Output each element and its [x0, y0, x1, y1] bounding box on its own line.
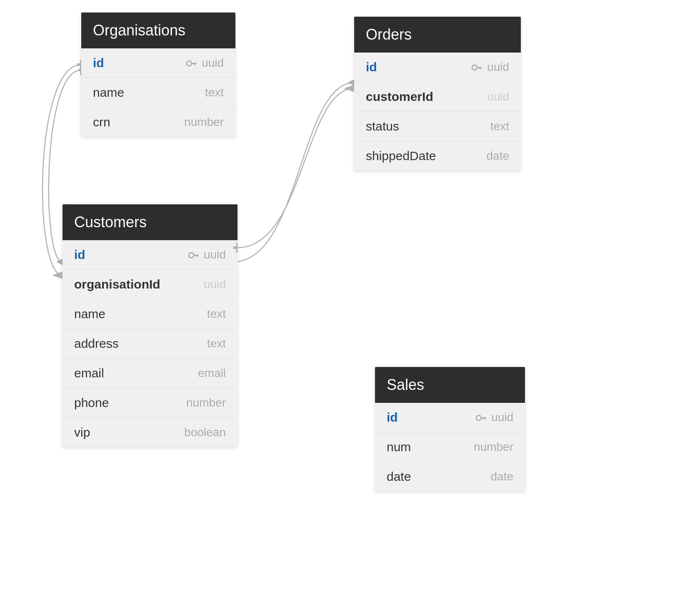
table-row: address text: [62, 329, 238, 359]
svg-point-4: [187, 61, 192, 66]
key-icon: [471, 63, 483, 72]
field-name: id: [387, 410, 475, 425]
field-type: date: [487, 149, 510, 163]
field-type: uuid: [202, 56, 224, 70]
table-row: name text: [62, 299, 238, 329]
table-row: status text: [354, 112, 521, 141]
field-type-group: uuid: [475, 411, 513, 424]
field-name: id: [74, 248, 188, 262]
table-row: crn number: [81, 108, 235, 137]
table-row: vip boolean: [62, 418, 238, 447]
field-type-group: uuid: [188, 248, 226, 261]
table-organisations-header: Organisations: [81, 13, 235, 48]
field-type-group: uuid: [204, 278, 226, 291]
table-organisations-body: id uuid name text crn number: [81, 48, 235, 137]
table-customers-title: Customers: [74, 214, 147, 231]
field-type: boolean: [184, 426, 226, 439]
table-organisations: Organisations id uuid name text crn: [81, 13, 235, 137]
table-orders: Orders id uuid customerId uuid status: [354, 17, 521, 171]
field-type-group: uuid: [487, 90, 509, 103]
field-name: status: [366, 119, 490, 133]
table-sales: Sales id uuid num number date: [375, 367, 525, 491]
field-name: shippedDate: [366, 149, 487, 163]
field-type-group: text: [490, 120, 509, 133]
table-row: customerId uuid: [354, 82, 521, 112]
field-type: text: [490, 120, 509, 133]
table-sales-body: id uuid num number date date: [375, 403, 525, 491]
field-type-group: uuid: [471, 60, 509, 74]
table-row: id uuid: [62, 240, 238, 270]
table-orders-header: Orders: [354, 17, 521, 53]
svg-point-12: [472, 65, 477, 70]
field-name: vip: [74, 425, 184, 440]
table-customers-header: Customers: [62, 204, 238, 240]
field-type-group: text: [207, 307, 226, 321]
field-name: customerId: [366, 90, 487, 104]
table-row: email email: [62, 359, 238, 388]
field-name: email: [74, 366, 198, 380]
field-type: date: [491, 470, 514, 483]
field-type: uuid: [491, 411, 513, 424]
table-row: shippedDate date: [354, 141, 521, 171]
table-row: num number: [375, 432, 525, 462]
table-customers-body: id uuid organisationId uuid name text: [62, 240, 238, 447]
key-icon: [186, 59, 198, 68]
field-type-group: number: [474, 440, 513, 454]
table-row: phone number: [62, 388, 238, 418]
table-customers: Customers id uuid organisationId uuid na…: [62, 204, 238, 447]
field-name: name: [93, 85, 205, 100]
field-type-group: number: [186, 396, 226, 410]
table-organisations-title: Organisations: [93, 22, 185, 39]
table-row: date date: [375, 462, 525, 491]
table-sales-header: Sales: [375, 367, 525, 403]
table-row: id uuid: [354, 53, 521, 82]
field-type: uuid: [487, 60, 509, 74]
field-name: address: [74, 337, 207, 351]
table-sales-title: Sales: [387, 376, 424, 393]
field-type: number: [184, 116, 224, 129]
svg-point-16: [476, 415, 481, 420]
field-name: phone: [74, 396, 186, 410]
table-row: id uuid: [375, 403, 525, 432]
key-icon: [475, 413, 487, 422]
field-name: id: [366, 60, 471, 74]
field-type-group: text: [205, 86, 224, 99]
field-type: text: [207, 337, 226, 350]
field-name: organisationId: [74, 277, 204, 291]
field-name: name: [74, 307, 207, 321]
field-type-group: date: [487, 149, 510, 163]
field-type: text: [205, 86, 224, 99]
table-row: name text: [81, 78, 235, 108]
field-type-group: uuid: [186, 56, 224, 70]
field-type: uuid: [204, 278, 226, 291]
field-type-group: boolean: [184, 426, 226, 439]
field-type-group: number: [184, 116, 224, 129]
field-name: date: [387, 470, 491, 484]
field-name: id: [93, 56, 186, 70]
svg-point-8: [189, 253, 194, 258]
table-row: id uuid: [81, 48, 235, 78]
field-type: number: [474, 440, 513, 454]
field-type: text: [207, 307, 226, 321]
field-type: number: [186, 396, 226, 410]
key-icon: [188, 251, 200, 259]
field-name: num: [387, 440, 474, 454]
field-type: uuid: [204, 248, 226, 261]
table-orders-body: id uuid customerId uuid status text: [354, 53, 521, 171]
field-type: uuid: [487, 90, 509, 103]
table-row: organisationId uuid: [62, 270, 238, 299]
field-type-group: email: [198, 367, 226, 380]
field-type: email: [198, 367, 226, 380]
field-name: crn: [93, 115, 184, 129]
diagram-canvas: Organisations id uuid name text crn: [0, 0, 700, 608]
table-orders-title: Orders: [366, 26, 412, 43]
field-type-group: text: [207, 337, 226, 350]
field-type-group: date: [491, 470, 514, 483]
